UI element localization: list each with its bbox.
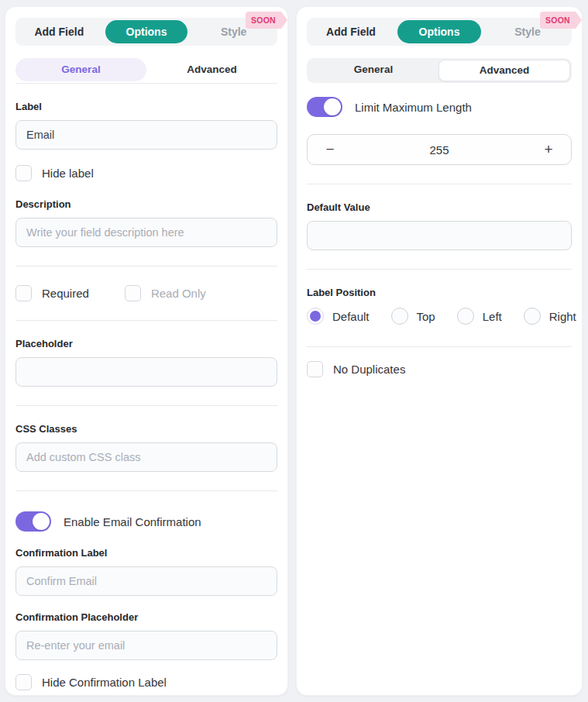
- email-confirmation-toggle[interactable]: [15, 511, 51, 532]
- divider: [15, 266, 277, 267]
- radio-right-control[interactable]: [524, 308, 541, 325]
- required-readonly-group: Required Read Only: [15, 285, 277, 301]
- toggle-knob: [33, 513, 50, 530]
- soon-badge: SOON: [540, 12, 576, 29]
- radio-top[interactable]: Top: [391, 308, 435, 325]
- no-duplicates-checkbox-label: No Duplicates: [333, 363, 405, 376]
- main-tabbar: Add Field Options Style SOON: [15, 18, 277, 46]
- stepper-value-input[interactable]: [352, 143, 526, 157]
- label-position-radio-group: Default Top Left Right: [307, 308, 572, 325]
- subtabs: General Advanced: [15, 58, 277, 84]
- field-settings-panel-general: Add Field Options Style SOON General Adv…: [5, 6, 288, 696]
- radio-right[interactable]: Right: [524, 308, 576, 325]
- css-classes-heading: CSS Classes: [15, 423, 277, 435]
- placeholder-heading: Placeholder: [15, 338, 277, 349]
- radio-top-label: Top: [417, 310, 435, 323]
- radio-left[interactable]: Left: [457, 308, 502, 325]
- limit-max-length-toggle-row: Limit Maximum Length: [307, 97, 572, 117]
- hide-confirmation-label-checkbox-row[interactable]: Hide Confirmation Label: [15, 674, 277, 690]
- divider: [15, 405, 277, 406]
- default-value-input[interactable]: [307, 221, 572, 250]
- subtab-general[interactable]: General: [15, 58, 146, 81]
- tab-options[interactable]: Options: [105, 20, 188, 43]
- label-field-heading: Label: [15, 101, 277, 112]
- field-settings-panel-advanced: Add Field Options Style SOON General Adv…: [296, 6, 583, 696]
- radio-left-control[interactable]: [457, 308, 474, 325]
- confirmation-label-heading: Confirmation Label: [15, 547, 277, 559]
- subtabs: General Advanced: [307, 58, 572, 83]
- radio-default-control[interactable]: [307, 308, 324, 325]
- subtab-general[interactable]: General: [308, 60, 438, 81]
- required-checkbox-label: Required: [42, 287, 89, 300]
- divider: [15, 320, 277, 321]
- max-length-stepper: − +: [307, 134, 572, 165]
- divider: [307, 184, 572, 184]
- divider: [15, 490, 277, 491]
- default-value-heading: Default Value: [307, 201, 572, 213]
- hide-label-checkbox-row[interactable]: Hide label: [15, 165, 277, 181]
- radio-right-label: Right: [549, 310, 576, 323]
- label-input[interactable]: [15, 120, 277, 150]
- hide-confirmation-label-checkbox[interactable]: [15, 674, 32, 690]
- tab-add-field[interactable]: Add Field: [309, 20, 393, 43]
- divider: [307, 346, 572, 347]
- read-only-checkbox[interactable]: [125, 285, 141, 301]
- description-input[interactable]: [15, 218, 277, 247]
- description-heading: Description: [15, 198, 277, 210]
- required-checkbox[interactable]: [15, 285, 32, 301]
- confirmation-placeholder-heading: Confirmation Placeholder: [15, 611, 277, 623]
- tab-add-field[interactable]: Add Field: [18, 20, 101, 43]
- confirmation-label-input[interactable]: [15, 566, 277, 596]
- hide-label-checkbox-label: Hide label: [42, 167, 94, 180]
- limit-max-length-toggle-label: Limit Maximum Length: [355, 101, 472, 114]
- read-only-checkbox-label: Read Only: [151, 287, 206, 300]
- label-position-heading: Label Position: [307, 287, 572, 298]
- placeholder-input[interactable]: [15, 357, 277, 387]
- soon-badge: SOON: [246, 12, 281, 29]
- radio-default-label: Default: [332, 310, 370, 323]
- limit-max-length-toggle[interactable]: [307, 97, 342, 117]
- divider: [307, 269, 572, 270]
- radio-left-label: Left: [483, 310, 502, 323]
- tab-options[interactable]: Options: [397, 20, 481, 43]
- radio-top-control[interactable]: [391, 308, 408, 325]
- confirmation-placeholder-input[interactable]: [15, 631, 277, 660]
- required-checkbox-row[interactable]: Required: [15, 285, 89, 301]
- email-confirmation-toggle-label: Enable Email Confirmation: [64, 515, 201, 528]
- main-tabbar: Add Field Options Style SOON: [307, 18, 572, 46]
- subtab-advanced[interactable]: Advanced: [438, 60, 570, 81]
- toggle-knob: [324, 98, 341, 115]
- hide-label-checkbox[interactable]: [15, 165, 32, 181]
- hide-confirmation-label-checkbox-label: Hide Confirmation Label: [42, 676, 167, 689]
- subtab-advanced[interactable]: Advanced: [146, 58, 277, 81]
- email-confirmation-toggle-row: Enable Email Confirmation: [15, 511, 277, 532]
- css-classes-input[interactable]: [15, 442, 277, 472]
- radio-default[interactable]: Default: [307, 308, 370, 325]
- read-only-checkbox-row[interactable]: Read Only: [125, 285, 206, 301]
- no-duplicates-checkbox[interactable]: [307, 361, 323, 377]
- no-duplicates-checkbox-row[interactable]: No Duplicates: [307, 361, 572, 377]
- stepper-increase-button[interactable]: +: [526, 141, 571, 158]
- stepper-decrease-button[interactable]: −: [308, 141, 352, 158]
